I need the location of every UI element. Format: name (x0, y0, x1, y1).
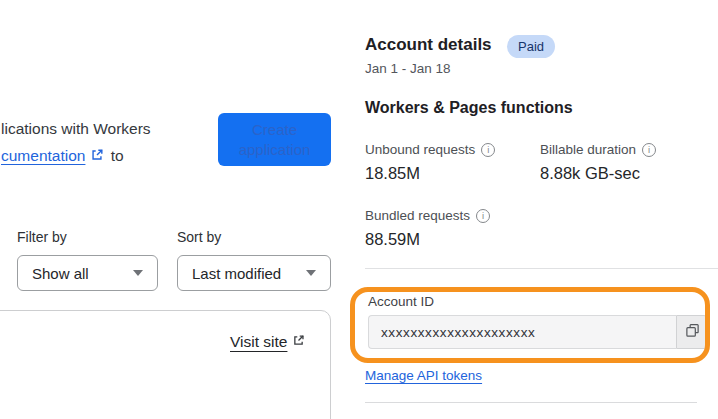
external-link-icon (90, 143, 104, 170)
intro-text: lications with Workers cumentation to (1, 115, 151, 170)
account-id-label: Account ID (368, 294, 434, 309)
plan-badge: Paid (507, 35, 555, 58)
stat-label-text: Unbound requests (365, 142, 475, 157)
info-icon[interactable]: i (476, 209, 490, 223)
functions-section-title: Workers & Pages functions (365, 99, 573, 117)
manage-api-tokens-link[interactable]: Manage API tokens (365, 368, 482, 383)
intro-line-2-tail: to (111, 147, 124, 164)
chevron-down-icon (306, 270, 316, 276)
visit-site-link[interactable]: Visit site (230, 333, 307, 351)
stat-label: Unbound requests i (365, 142, 495, 157)
info-icon[interactable]: i (642, 143, 656, 157)
chevron-down-icon (133, 270, 143, 276)
stat-bundled-requests: Bundled requests i 88.59M (365, 208, 490, 249)
stat-billable-duration: Billable duration i 8.88k GB-sec (540, 142, 656, 183)
filter-dropdown[interactable]: Show all (17, 255, 158, 291)
stat-value: 18.85M (365, 164, 495, 183)
filter-by-label: Filter by (17, 229, 67, 245)
copy-icon (685, 323, 700, 342)
divider (365, 402, 697, 403)
stat-value: 88.59M (365, 230, 490, 249)
create-application-button[interactable]: Create application (218, 113, 331, 166)
visit-site-label: Visit site (230, 333, 287, 351)
dashboard-screenshot: lications with Workers cumentation to Cr… (0, 0, 718, 419)
stat-unbound-requests: Unbound requests i 18.85M (365, 142, 495, 183)
date-range: Jan 1 - Jan 18 (365, 61, 451, 76)
stat-label-text: Bundled requests (365, 208, 470, 223)
stat-value: 8.88k GB-sec (540, 164, 656, 183)
project-card (0, 310, 331, 419)
account-id-row (368, 315, 708, 349)
info-icon[interactable]: i (481, 143, 495, 157)
account-id-input[interactable] (368, 315, 676, 349)
sort-dropdown[interactable]: Last modified (177, 255, 331, 291)
sort-by-label: Sort by (177, 229, 221, 245)
create-application-label-line1: Create (252, 120, 297, 140)
documentation-link[interactable]: cumentation (1, 147, 85, 164)
external-link-icon (292, 333, 305, 351)
intro-line-2: cumentation to (1, 142, 151, 170)
divider (365, 268, 718, 269)
filter-dropdown-value: Show all (32, 265, 89, 282)
account-details-title: Account details (365, 35, 492, 55)
stat-label: Billable duration i (540, 142, 656, 157)
sort-dropdown-value: Last modified (192, 265, 281, 282)
create-application-label-line2: application (239, 140, 311, 160)
stat-label: Bundled requests i (365, 208, 490, 223)
copy-button[interactable] (676, 315, 708, 349)
stat-label-text: Billable duration (540, 142, 636, 157)
intro-line-1: lications with Workers (1, 115, 151, 142)
